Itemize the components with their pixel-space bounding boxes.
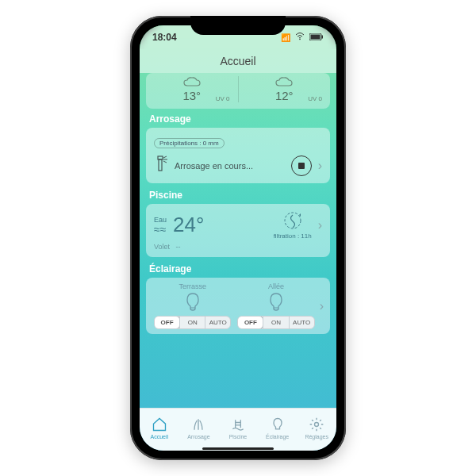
seg-on[interactable]: ON — [263, 317, 288, 328]
light-terrasse: Terrasse OFF ON AUTO — [151, 282, 234, 329]
pool-water-label: Eau ≈≈ — [154, 216, 167, 235]
svg-rect-2 — [311, 35, 321, 40]
arrosage-status: Arrosage en cours... — [175, 161, 285, 171]
tab-arrosage[interactable]: Arrosage — [179, 409, 219, 447]
light-label-0: Terrasse — [154, 282, 231, 290]
pool-temp: 24° — [173, 213, 267, 237]
home-indicator[interactable] — [140, 447, 336, 451]
status-time: 18:04 — [152, 32, 177, 43]
weather-card[interactable]: 13° UV 0 12° UV 0 — [146, 73, 330, 109]
stop-button[interactable] — [291, 155, 312, 176]
content[interactable]: 13° UV 0 12° UV 0 Arrosage Précipitation… — [140, 73, 336, 408]
svg-rect-3 — [322, 36, 324, 39]
bulb-icon — [184, 292, 202, 313]
segmented-allee[interactable]: OFF ON AUTO — [237, 316, 314, 329]
section-title-piscine: Piscine — [149, 190, 327, 201]
svg-line-6 — [163, 156, 167, 158]
svg-rect-4 — [159, 159, 162, 171]
seg-auto[interactable]: AUTO — [289, 317, 314, 328]
status-indicators: 📶 — [278, 32, 324, 43]
eclairage-card[interactable]: Terrasse OFF ON AUTO Allée — [146, 278, 330, 334]
sprinkler-icon — [154, 155, 168, 177]
page-title: Accueil — [140, 49, 336, 73]
phone-frame: 18:04 📶 Accueil 13° — [130, 16, 346, 460]
segmented-terrasse[interactable]: OFF ON AUTO — [154, 316, 231, 329]
weather-col-0: 13° UV 0 — [146, 76, 238, 102]
battery-icon — [309, 33, 324, 42]
svg-point-0 — [299, 39, 301, 40]
arrosage-card[interactable]: Précipitations : 0 mm Arrosage en cours.… — [146, 128, 330, 183]
svg-line-8 — [163, 161, 167, 163]
piscine-card[interactable]: Eau ≈≈ 24° filtration : 11h › Volet -- — [146, 204, 330, 257]
water-icon: ≈≈ — [154, 224, 167, 235]
notch — [190, 16, 286, 35]
signal-icon: 📶 — [281, 33, 290, 42]
tab-reglages[interactable]: Réglages — [297, 409, 336, 447]
volet-row: Volet -- — [154, 243, 322, 251]
light-allee: Allée OFF ON AUTO — [234, 282, 317, 329]
section-title-arrosage: Arrosage — [149, 113, 327, 125]
weather-col-1: 12° UV 0 — [238, 76, 331, 102]
bulb-icon — [267, 292, 285, 313]
tab-piscine[interactable]: Piscine — [218, 409, 258, 447]
cloud-icon — [182, 76, 202, 87]
light-label-1: Allée — [237, 282, 314, 290]
section-title-eclairage: Éclairage — [149, 263, 327, 274]
svg-rect-5 — [158, 156, 163, 159]
precipitation-chip: Précipitations : 0 mm — [154, 138, 225, 148]
tab-bar: Accueil Arrosage Piscine Éclairage Régla… — [140, 408, 336, 447]
seg-auto[interactable]: AUTO — [205, 317, 230, 328]
screen: 18:04 📶 Accueil 13° — [140, 25, 336, 451]
chevron-right-icon[interactable]: › — [318, 159, 322, 173]
weather-uv-1: UV 0 — [308, 95, 322, 102]
chevron-right-icon[interactable]: › — [318, 299, 325, 313]
weather-uv-0: UV 0 — [216, 95, 230, 102]
chevron-right-icon[interactable]: › — [318, 218, 322, 232]
seg-off[interactable]: OFF — [154, 316, 180, 329]
seg-off[interactable]: OFF — [237, 316, 263, 329]
tab-eclairage[interactable]: Éclairage — [258, 409, 298, 447]
filtration-block: filtration : 11h — [274, 210, 312, 240]
svg-point-12 — [315, 423, 319, 427]
seg-on[interactable]: ON — [179, 317, 205, 328]
cloud-icon — [274, 76, 294, 87]
wifi-icon — [295, 33, 307, 42]
filtration-text: filtration : 11h — [274, 232, 312, 240]
filtration-icon — [282, 210, 303, 231]
tab-accueil[interactable]: Accueil — [140, 409, 179, 447]
